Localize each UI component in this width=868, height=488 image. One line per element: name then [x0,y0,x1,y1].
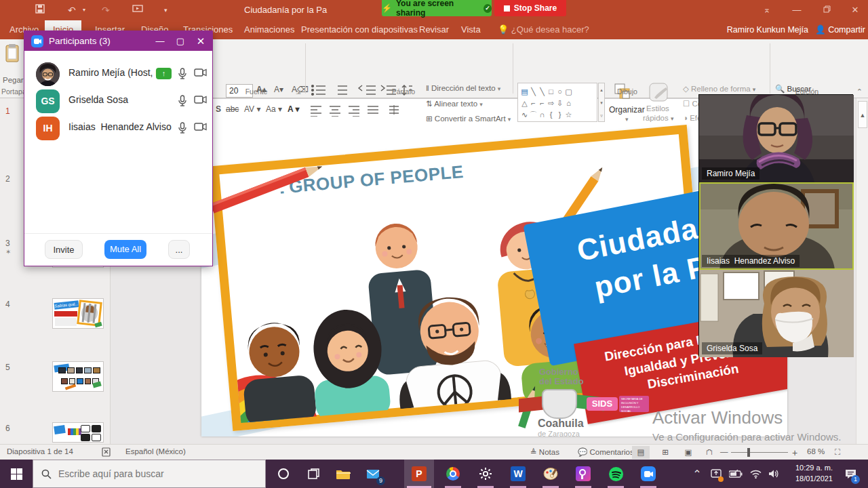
zoom-in-icon[interactable]: + [792,447,797,458]
screen: ↶ ▾ ↷ ▾ Ciudadanía por la Pa ⚡ You are s… [0,0,868,488]
spotify-icon[interactable] [601,460,631,488]
settings-icon[interactable] [471,460,500,488]
char-spacing-icon[interactable]: AV ▾ [244,104,260,114]
tell-me-box[interactable]: 💡 ¿Qué desea hacer? [490,20,597,39]
thumbnail-slide-6[interactable] [52,422,104,443]
participant-row-iisaias[interactable]: IH Iisaias Henandez Alviso [24,115,212,142]
volume-icon[interactable] [765,460,783,488]
stop-share-button[interactable]: Stop Share [494,0,566,16]
font-dialog-launcher-icon[interactable]: ⇲ [296,89,301,96]
normal-view-icon[interactable]: ▤ [632,446,650,459]
tab-revisar[interactable]: Revisar [411,20,457,39]
tray-app-icon[interactable] [708,460,724,488]
cortana-icon[interactable] [269,460,298,488]
paste-button[interactable] [4,43,23,75]
camera-icon[interactable] [194,122,208,134]
arrange-button[interactable]: Organizar [609,105,645,115]
strike-abc-icon[interactable]: abc [226,104,239,114]
video-tile-ramiro[interactable]: Ramiro Mejía [699,95,854,182]
fit-to-window-icon[interactable]: ⛶ [829,446,846,459]
shapes-gallery[interactable]: ▤╲╲□○▢ △⌐⌐⇨⇩⌂ ∿⌒∩{}☆ [517,83,597,122]
titlebar: ↶ ▾ ↷ ▾ Ciudadanía por la Pa ⚡ You are s… [0,0,868,20]
tab-presentacion[interactable]: Presentación con diapositivas [293,20,426,39]
zoom-out-icon[interactable]: — [720,447,728,455]
participant-row-griselda[interactable]: GS Griselda Sosa [24,87,212,115]
ribbon-display-options-icon[interactable]: ⌅ [755,3,778,18]
chrome-icon[interactable] [438,460,468,488]
qat-customize-icon[interactable]: ▾ [164,4,167,16]
participant-name: Iisaias Henandez Alviso [68,121,172,132]
zoom-slider[interactable] [731,452,788,453]
alignment-icons[interactable] [311,104,412,117]
tab-vista[interactable]: Vista [453,20,489,39]
slide-scrollbar[interactable]: ▲ [856,98,868,444]
account-name[interactable]: Ramiro Kunkun Mejía [727,20,808,39]
paint3d-icon[interactable] [536,460,566,488]
battery-pen-icon[interactable] [727,460,745,488]
slide-sorter-icon[interactable]: ⊞ [656,446,674,459]
zoom-slider-thumb[interactable] [747,448,750,457]
shapes-scroll[interactable]: ▴▾▿ [598,83,605,122]
shape-fill-button[interactable]: ◇ Relleno de forma ▾ [683,84,755,94]
camera-icon[interactable] [194,95,208,107]
redo-icon[interactable]: ↷ [102,4,110,16]
taskbar-search[interactable] [33,460,266,488]
mic-icon[interactable] [178,68,187,83]
notes-button[interactable]: ≜ Notas [530,447,559,457]
thumbnail-slide-4[interactable]: Sabías qué... [52,298,104,329]
scroll-up-icon[interactable]: ▲ [858,101,867,128]
comments-button[interactable]: 💬 Comentarios [578,447,634,457]
camera-icon[interactable] [194,68,208,80]
powerpoint-icon[interactable]: P [404,460,434,488]
participants-header[interactable]: Participants (3) — ▢ ✕ [24,31,212,51]
mail-icon[interactable]: 9 [358,460,388,488]
wifi-icon[interactable] [747,460,764,488]
start-button[interactable] [0,460,33,488]
panel-close-icon[interactable]: ✕ [191,31,211,51]
zoom-level[interactable]: 68 % [807,447,825,455]
start-slideshow-icon[interactable] [132,4,143,16]
accessibility-icon[interactable] [102,447,111,458]
zoom-app-icon[interactable] [633,460,663,488]
thumbnail-slide-5[interactable] [52,361,104,392]
mic-icon[interactable] [178,122,187,137]
close-button[interactable]: ✕ [844,3,867,18]
tray-chevron-icon[interactable]: ⌃ [690,460,704,488]
text-direction-button[interactable]: ‖ Dirección del texto ▾ [426,84,500,92]
participant-row-ramiro[interactable]: Ramiro Mejía (Host, me) ↑ [24,60,212,87]
mic-icon[interactable] [178,95,187,110]
smartart-button[interactable]: ⊞ Convertir a SmartArt ▾ [426,114,511,123]
word-icon[interactable]: W [503,460,533,488]
more-options-button[interactable]: ... [168,240,190,259]
action-center-icon[interactable]: 1 [841,460,860,488]
reading-view-icon[interactable]: ▣ [679,446,697,459]
taskbar-clock[interactable]: 10:29 a. m. 18/01/2021 [795,463,833,485]
video-tile-griselda[interactable]: Griselda Sosa [699,270,854,357]
invite-button[interactable]: Invite [45,240,83,259]
share-button[interactable]: 👤 Compartir [815,20,865,39]
sids-logo: SIDS [587,397,618,411]
picsart-icon[interactable] [568,460,598,488]
file-explorer-icon[interactable] [328,460,358,488]
quick-styles-button[interactable]: Estilos [646,104,669,113]
video-tile-iisaias[interactable]: Iisaias Henandez Alviso [699,182,854,270]
slide-counter: Diapositiva 1 de 14 [7,447,73,455]
minimize-button[interactable]: — [785,3,808,18]
align-text-button[interactable]: ⇅ Alinear texto ▾ [426,99,483,108]
strikethrough-icon[interactable]: S [216,104,221,114]
mute-all-button[interactable]: Mute All [104,240,146,259]
panel-minimize-icon[interactable]: — [150,31,170,51]
collapse-ribbon-icon[interactable]: ⌃ [856,87,863,96]
undo-icon[interactable]: ↶ [68,4,76,16]
restore-button[interactable] [815,3,838,18]
panel-maximize-icon[interactable]: ▢ [170,31,191,51]
search-input[interactable] [58,468,248,479]
slideshow-icon[interactable]: ⛫ [701,446,719,459]
quick-styles-button-line2[interactable]: rápidos ▾ [643,114,673,122]
font-color-icon[interactable]: A ▾ [288,104,300,114]
save-icon[interactable] [35,4,45,16]
task-view-icon[interactable] [298,460,328,488]
undo-dropdown-icon[interactable]: ▾ [83,4,85,16]
change-case-icon[interactable]: Aa ▾ [266,104,282,114]
language-status[interactable]: Español (México) [125,447,186,455]
